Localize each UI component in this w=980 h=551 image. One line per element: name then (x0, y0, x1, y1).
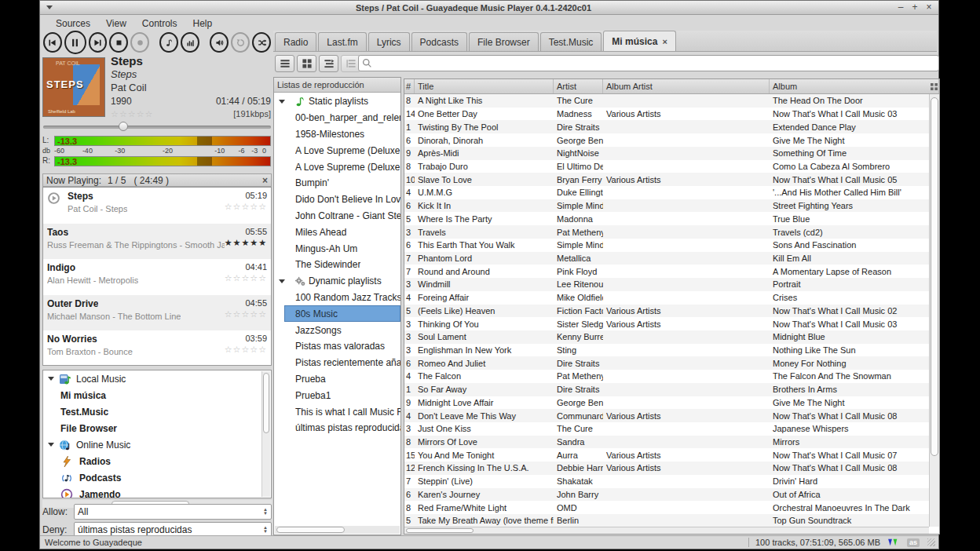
equalizer-button[interactable] (181, 32, 199, 53)
tab-lyrics[interactable]: Lyrics (368, 32, 410, 51)
table-row[interactable]: 6This Earth That You WalkSimple MindsSon… (404, 239, 929, 252)
rating-stars[interactable]: ☆☆☆☆☆ (225, 273, 267, 285)
playlist-item[interactable]: John Coltrane - Giant Steps (274, 208, 400, 224)
playlist-item[interactable]: 00-ben_harper_and_relentless7 (274, 110, 400, 126)
shuffle-button[interactable] (252, 32, 271, 53)
previous-button[interactable] (43, 32, 62, 53)
now-playing-close-icon[interactable]: × (262, 175, 268, 186)
playlists-hscrollbar[interactable] (275, 526, 400, 534)
column-header-title[interactable]: Title (415, 79, 554, 93)
rating-stars[interactable]: ☆☆☆☆☆ (225, 309, 267, 321)
tab-test-music[interactable]: Test.Music (540, 32, 602, 51)
menu-sources[interactable]: Sources (48, 17, 98, 30)
library-item-local-music[interactable]: Local Music (43, 370, 271, 387)
playlist-item[interactable]: Miles Ahead (274, 224, 400, 240)
playlist-item[interactable]: Pistas recientemente añadidas (274, 355, 400, 371)
table-row[interactable]: 1So Far AwayDire StraitsBrothers In Arms (404, 383, 929, 396)
playlist-item[interactable]: últimas pistas reproducidas (274, 420, 400, 436)
table-row[interactable]: 14One Better DayMadnessVarious ArtistsNo… (404, 108, 929, 121)
record-button[interactable] (130, 32, 149, 53)
seek-handle[interactable] (119, 122, 128, 131)
table-row[interactable]: 8Trabajo DuroEl Ultimo De LComo La Cabez… (404, 160, 929, 173)
playlist-item[interactable]: JazzSongs (274, 322, 400, 338)
tab-mi-m-sica[interactable]: Mi música× (603, 31, 675, 51)
tab-radio[interactable]: Radio (275, 32, 316, 51)
table-row[interactable]: 3WindmillLee RitenourPortrait (404, 278, 929, 291)
table-row[interactable]: 3Soul LamentKenny BurrellMidnight Blue (404, 330, 929, 344)
menu-view[interactable]: View (98, 17, 134, 30)
table-row[interactable]: 4U.M.M.GDuke Ellington'...And His Mother… (404, 186, 929, 199)
albums-view-button[interactable] (297, 55, 316, 72)
now-playing-item[interactable]: Outer Drive04:55Michael Manson - The Bot… (43, 295, 271, 331)
rating-stars[interactable]: ☆☆☆☆☆ (111, 109, 153, 119)
table-row[interactable]: 3Thinking Of YouSister SledgeVarious Art… (404, 317, 929, 330)
deny-spinner-icon[interactable]: ▲▼ (263, 526, 268, 534)
expander-icon[interactable] (279, 100, 285, 104)
library-item-online-music[interactable]: Online Music (43, 436, 271, 453)
minimize-button[interactable]: – (894, 2, 907, 13)
library-item-jamendo[interactable]: Jamendo (43, 486, 271, 498)
playlist-item[interactable]: 1958-Milestones (274, 126, 400, 143)
expander-icon[interactable] (48, 377, 54, 381)
playlist-group-dynamic-playlists[interactable]: Dynamic playlists (274, 273, 400, 290)
search-input[interactable] (375, 57, 935, 70)
table-row[interactable]: 6Kick It InSimple MindsStreet Fighting Y… (404, 199, 929, 213)
playlist-item[interactable]: This is what I call Music Randor (274, 403, 400, 420)
next-button[interactable] (89, 32, 108, 53)
library-item-radios[interactable]: Radios (43, 453, 271, 469)
playlist-item[interactable]: A Love Supreme (Deluxe Editio (274, 159, 400, 175)
playlist-item[interactable]: Dido Don't Believe In Love Lista (274, 192, 400, 208)
now-playing-item[interactable]: Taos05:55Russ Freeman & The Rippingtons … (43, 224, 271, 260)
table-row[interactable]: 8A Night Like ThisThe CureThe Head On Th… (404, 94, 929, 108)
table-row[interactable]: 7Phantom LordMetallicaKill Em All (404, 252, 929, 265)
library-item-mi-m-sica[interactable]: Mi música (43, 387, 271, 403)
column-header-album[interactable]: Album (770, 79, 939, 93)
browser-view-button[interactable] (319, 55, 338, 72)
table-row[interactable]: 5Take My Breath Away (love theme frorBer… (404, 514, 929, 527)
table-row[interactable]: 3Just One KissThe CureJapanese Whispers (404, 422, 929, 436)
table-row[interactable]: 7Round and AroundPink FloydA Momentary L… (404, 265, 929, 278)
table-row[interactable]: 4Foreing AffairMike OldfieldCrises (404, 291, 929, 305)
library-item-test-music[interactable]: Test.Music (43, 403, 271, 420)
rating-stars[interactable]: ★★★★★ (225, 238, 267, 250)
close-button[interactable]: × (923, 2, 935, 13)
table-row[interactable]: 9Après-MidiNightNoiseSomething Of Time (404, 147, 929, 160)
resize-grip[interactable] (927, 538, 935, 546)
now-playing-item[interactable]: Indigo04:41Alan Hewitt - Metropolis☆☆☆☆☆ (43, 259, 271, 295)
table-row[interactable]: 5(Feels Like) HeavenFiction FactoryVario… (404, 305, 929, 318)
track-table-vscrollbar[interactable] (929, 94, 939, 527)
playlist-item[interactable]: Pistas mas valoradas (274, 338, 400, 355)
table-row[interactable]: 8Red Frame/White LightOMDOrchestral Mano… (404, 501, 929, 514)
track-table-hscrollbar[interactable] (404, 527, 929, 534)
table-row[interactable]: 3Englishman In New YorkStingNothing Like… (404, 344, 929, 357)
playlist-item[interactable]: 80s Music (274, 305, 400, 322)
column-header--[interactable]: # (404, 79, 415, 93)
table-row[interactable]: 6Karen's JourneyJohn BarryOut of Africa (404, 488, 929, 502)
tracks-view-button[interactable] (275, 55, 294, 72)
smart-play-button[interactable] (159, 32, 178, 53)
playlist-item[interactable]: Mingus-Ah Um (274, 240, 400, 257)
window-menu-icon[interactable] (46, 5, 53, 9)
column-options-icon[interactable] (930, 82, 938, 92)
maximize-button[interactable]: + (909, 2, 921, 13)
tab-file-browser[interactable]: File Browser (469, 32, 539, 51)
playlist-item[interactable]: Prueba1 (274, 387, 400, 403)
playlist-item[interactable]: 100 Random Jazz Tracks (274, 290, 400, 306)
titlebar[interactable]: Steps / Pat Coil - Guayadeque Music Play… (40, 1, 938, 15)
table-row[interactable]: 15You And Me TonightAurraVarious Artists… (404, 448, 929, 462)
allow-filter-select[interactable]: All ▲▼ (74, 504, 272, 520)
audioscrobbler-icon[interactable]: as (907, 538, 920, 547)
playlist-item[interactable]: A Love Supreme (Deluxe Editio (274, 142, 400, 159)
now-playing-item[interactable]: Steps05:19Pat Coil - Steps☆☆☆☆☆ (43, 188, 271, 224)
table-row[interactable]: 1Twisting By The PoolDire StraitsExtende… (404, 120, 929, 133)
table-row[interactable]: 3TravelsPat MethenyTravels (cd2) (404, 225, 929, 239)
tab-last-fm[interactable]: Last.fm (318, 32, 366, 51)
now-playing-item[interactable]: No Worries03:59Tom Braxton - Bounce☆☆☆☆☆ (43, 330, 271, 366)
volume-button[interactable] (210, 32, 229, 53)
playlist-group-static-playlists[interactable]: Static playlists (274, 93, 400, 110)
table-row[interactable]: 12French Kissing In The U.S.A.Debbie Har… (404, 462, 929, 475)
pause-button[interactable] (64, 31, 86, 54)
tab-close-icon[interactable]: × (662, 37, 667, 46)
table-row[interactable]: 4Don't Leave Me This WayCommunardsVariou… (404, 409, 929, 422)
table-row[interactable]: 10Slave To LoveBryan FerryVarious Artist… (404, 173, 929, 186)
